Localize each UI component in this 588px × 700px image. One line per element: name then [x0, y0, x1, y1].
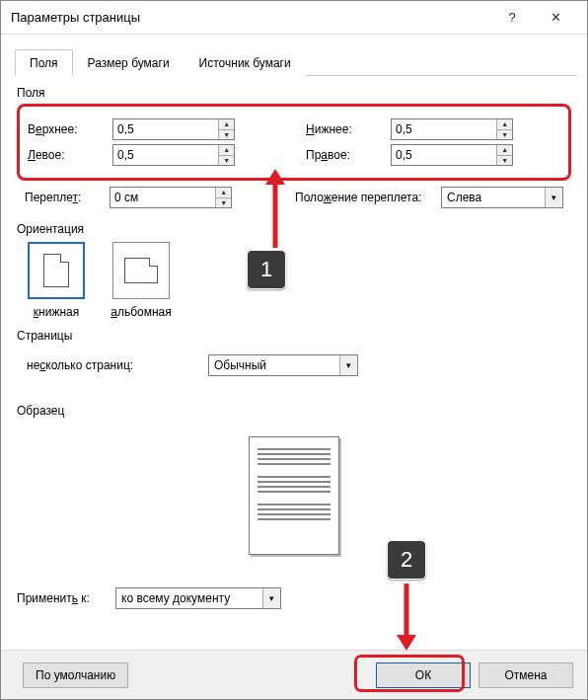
spin-up-icon[interactable]: ▲ — [497, 119, 512, 130]
spin-up-icon[interactable]: ▲ — [219, 145, 234, 156]
right-margin-input[interactable]: ▲▼ — [391, 144, 513, 166]
tab-paper[interactable]: Размер бумаги — [73, 49, 184, 76]
apply-to-select[interactable]: ко всему документу▾ — [115, 587, 281, 609]
spin-down-icon[interactable]: ▼ — [219, 130, 234, 140]
margins-section-label: Поля — [17, 86, 587, 100]
tab-margins[interactable]: Поля — [15, 49, 73, 76]
sample-preview — [17, 422, 571, 570]
defaults-button[interactable]: По умолчанию — [23, 662, 128, 688]
gutter-pos-select[interactable]: Слева▾ — [441, 187, 563, 208]
portrait-page-icon — [43, 254, 69, 287]
spin-down-icon[interactable]: ▼ — [219, 156, 234, 166]
orientation-landscape[interactable]: альбомная — [108, 242, 175, 319]
window-title: Параметры страницы — [11, 10, 490, 25]
close-button[interactable]: ✕ — [534, 3, 577, 33]
top-margin-input[interactable]: ▲▼ — [112, 118, 235, 140]
tabs: Поля Размер бумаги Источник бумаги — [15, 48, 577, 76]
gutter-input[interactable]: ▲▼ — [110, 187, 232, 208]
right-margin-label: Правое: — [306, 148, 391, 162]
margins-highlight: Верхнее: ▲▼ Нижнее: ▲▼ Левое: ▲▼ Правое:… — [17, 104, 571, 181]
spin-up-icon[interactable]: ▲ — [497, 145, 512, 156]
spin-down-icon[interactable]: ▼ — [216, 198, 231, 208]
top-margin-label: Верхнее: — [28, 122, 112, 136]
orientation-portrait[interactable]: книжная — [23, 242, 90, 319]
tab-source[interactable]: Источник бумаги — [184, 49, 306, 76]
titlebar: Параметры страницы ? ✕ — [1, 1, 587, 35]
ok-button[interactable]: ОК — [376, 662, 471, 688]
orientation-section-label: Ориентация — [17, 222, 571, 236]
footer: По умолчанию ОК Отмена — [1, 650, 587, 699]
left-margin-label: Левое: — [28, 148, 112, 162]
multiple-pages-select[interactable]: Обычный▾ — [208, 354, 358, 376]
svg-marker-3 — [397, 635, 416, 651]
bottom-margin-label: Нижнее: — [306, 122, 391, 136]
chevron-down-icon: ▾ — [262, 588, 280, 608]
multiple-pages-label: несколько страниц: — [27, 358, 208, 372]
landscape-page-icon — [124, 258, 158, 283]
left-margin-input[interactable]: ▲▼ — [112, 144, 235, 166]
spin-down-icon[interactable]: ▼ — [497, 130, 512, 140]
help-button[interactable]: ? — [490, 3, 534, 33]
bottom-margin-input[interactable]: ▲▼ — [391, 118, 513, 140]
gutter-pos-label: Положение переплета: — [295, 191, 441, 204]
landscape-label: альбомная — [108, 305, 175, 319]
apply-to-label: Применить к: — [17, 591, 115, 605]
sample-section-label: Образец — [17, 404, 571, 418]
gutter-label: Переплет: — [25, 191, 110, 204]
spin-up-icon[interactable]: ▲ — [216, 188, 231, 198]
spin-down-icon[interactable]: ▼ — [497, 156, 512, 166]
pages-section-label: Страницы — [17, 329, 571, 343]
chevron-down-icon: ▾ — [545, 188, 562, 207]
portrait-label: книжная — [23, 305, 90, 319]
sample-page-icon — [249, 436, 339, 555]
chevron-down-icon: ▾ — [339, 355, 357, 375]
spin-up-icon[interactable]: ▲ — [219, 119, 234, 130]
page-setup-dialog: Параметры страницы ? ✕ Поля Размер бумаг… — [0, 0, 588, 700]
cancel-button[interactable]: Отмена — [478, 662, 573, 688]
